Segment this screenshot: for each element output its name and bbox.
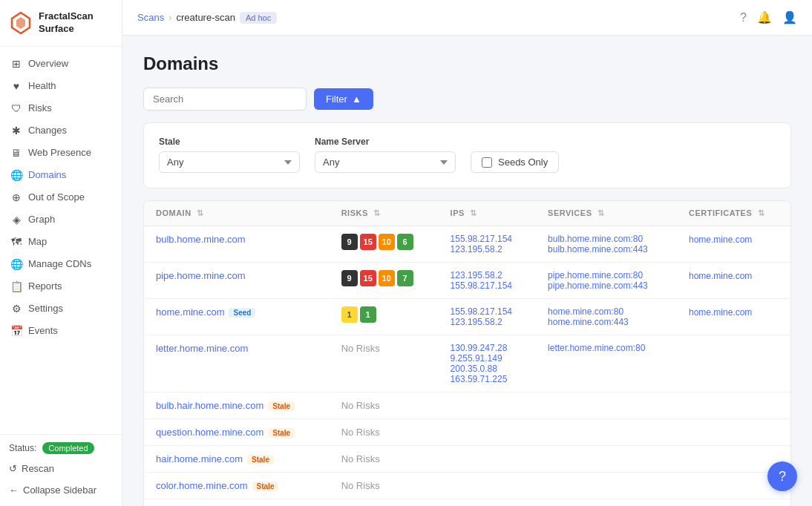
page-title: Domains <box>143 53 791 74</box>
ip-link[interactable]: 123.195.58.2 <box>451 244 524 254</box>
ip-link[interactable]: 123.195.58.2 <box>451 270 524 280</box>
ip-link[interactable]: 155.98.217.154 <box>451 280 524 291</box>
status-badge: Completed <box>42 442 94 454</box>
rescan-icon: ↺ <box>9 463 17 474</box>
ip-link[interactable]: 200.35.0.88 <box>451 364 524 374</box>
cert-link[interactable]: home.mine.com <box>689 271 752 281</box>
domains-table: DOMAIN ⇅ RISKS ⇅ IPS ⇅ SERVICES ⇅ CERTIF… <box>144 201 790 506</box>
sidebar-item-events[interactable]: 📅 Events <box>0 320 122 342</box>
ip-link[interactable]: 155.98.217.154 <box>451 234 524 244</box>
ip-link[interactable]: 130.99.247.28 <box>451 343 524 353</box>
domain-link[interactable]: letter.home.mine.com <box>156 343 248 354</box>
sidebar-item-health[interactable]: ♥ Health <box>0 75 122 97</box>
breadcrumb-parent[interactable]: Scans <box>137 12 164 23</box>
app-name: FractalScanSurface <box>39 10 94 36</box>
sidebar-item-out-of-scope[interactable]: ⊕ Out of Scope <box>0 186 122 208</box>
domain-cell: letter.home.mine.com <box>144 335 330 392</box>
services-cell <box>536 419 677 446</box>
sidebar-item-settings[interactable]: ⚙ Settings <box>0 298 122 320</box>
app-logo: FractalScanSurface <box>0 0 122 47</box>
table-row: pipe.home.mine.com 915107 123.195.58.215… <box>144 263 790 299</box>
service-link[interactable]: pipe.home.mine.com:80 <box>548 270 665 280</box>
service-link[interactable]: letter.home.mine.com:80 <box>548 343 665 353</box>
ips-cell: 155.98.217.154123.195.58.2 <box>439 299 536 335</box>
table-row: bulb.home.mine.com 915106 155.98.217.154… <box>144 226 790 263</box>
sidebar-item-reports[interactable]: 📋 Reports <box>0 275 122 298</box>
domain-link[interactable]: hair.home.mine.com <box>156 453 243 464</box>
nameserver-select[interactable]: Any <box>315 151 456 173</box>
ips-cell: 155.98.217.154123.195.58.2 <box>439 226 536 263</box>
table-row: road.home.mine.comStale No Risks <box>144 499 790 506</box>
domain-link[interactable]: bulb.hair.home.mine.com <box>156 400 263 411</box>
table-row: color.home.mine.comStale No Risks <box>144 473 790 499</box>
sidebar-item-web-presence[interactable]: 🖥 Web Presence <box>0 142 122 164</box>
cert-link[interactable]: home.mine.com <box>689 307 752 318</box>
cert-link[interactable]: home.mine.com <box>689 234 752 245</box>
risks-cell: 11 <box>341 306 427 323</box>
nameserver-filter-group: Name Server Any <box>315 137 456 173</box>
domain-cell: bulb.hair.home.mine.comStale <box>144 392 330 419</box>
risk-badge: 7 <box>397 270 413 286</box>
col-risks[interactable]: RISKS ⇅ <box>330 201 439 226</box>
user-icon[interactable]: 👤 <box>782 10 797 24</box>
filter-button[interactable]: Filter ▲ <box>314 88 373 110</box>
risk-badge: 10 <box>379 270 395 286</box>
collapse-sidebar-button[interactable]: ← Collapse Sidebar <box>9 482 113 499</box>
notifications-icon[interactable]: 🔔 <box>757 10 772 24</box>
domain-link[interactable]: home.mine.com <box>156 306 224 318</box>
domain-link[interactable]: question.home.mine.com <box>156 427 263 438</box>
risk-badge: 15 <box>360 270 376 286</box>
risk-badge: 1 <box>360 306 376 323</box>
sidebar-item-changes[interactable]: ✱ Changes <box>0 119 122 142</box>
help-icon[interactable]: ? <box>740 11 747 24</box>
help-fab-button[interactable]: ? <box>767 461 797 491</box>
risk-badge: 10 <box>379 234 395 250</box>
domains-icon: 🌐 <box>10 169 22 181</box>
sidebar-item-graph[interactable]: ◈ Graph <box>0 208 122 231</box>
certificates-cell: home.mine.com <box>677 299 790 335</box>
service-link[interactable]: bulb.home.mine.com:80 <box>548 234 665 244</box>
risks-cell-td: 915107 <box>330 263 439 299</box>
sidebar-item-manage-cdns[interactable]: 🌐 Manage CDNs <box>0 253 122 275</box>
ips-cell: 123.195.58.2155.98.217.154 <box>439 263 536 299</box>
search-input[interactable] <box>143 88 307 111</box>
manage-cdns-icon: 🌐 <box>10 258 22 270</box>
domain-link[interactable]: bulb.home.mine.com <box>156 234 246 245</box>
stale-select[interactable]: Any <box>159 151 300 173</box>
ip-link[interactable]: 9.255.91.149 <box>451 353 524 364</box>
no-risks-label: No Risks <box>341 343 380 354</box>
domain-cell: color.home.mine.comStale <box>144 473 330 499</box>
rescan-label: Rescan <box>22 463 54 474</box>
rescan-button[interactable]: ↺ Rescan <box>9 460 113 477</box>
sidebar-item-risks[interactable]: 🛡 Risks <box>0 97 122 119</box>
sidebar-item-label: Overview <box>28 58 68 69</box>
col-ips[interactable]: IPS ⇅ <box>439 201 536 226</box>
no-risks-label: No Risks <box>341 453 380 464</box>
risks-cell-td: No Risks <box>330 419 439 446</box>
service-link[interactable]: bulb.home.mine.com:443 <box>548 244 665 254</box>
sidebar-item-overview[interactable]: ⊞ Overview <box>0 53 122 75</box>
reports-icon: 📋 <box>10 280 22 292</box>
seeds-only-checkbox[interactable] <box>482 157 492 168</box>
sidebar-bottom: Status: Completed ↺ Rescan ← Collapse Si… <box>0 434 122 506</box>
seed-badge: Seed <box>229 308 255 318</box>
col-domain[interactable]: DOMAIN ⇅ <box>144 201 330 226</box>
domain-link[interactable]: color.home.mine.com <box>156 480 248 491</box>
service-link[interactable]: home.mine.com:443 <box>548 317 665 327</box>
service-link[interactable]: pipe.home.mine.com:443 <box>548 280 665 291</box>
certificates-cell: home.mine.com <box>677 226 790 263</box>
ip-link[interactable]: 155.98.217.154 <box>451 306 524 317</box>
ip-link[interactable]: 123.195.58.2 <box>451 317 524 327</box>
services-cell <box>536 446 677 473</box>
sidebar-item-label: Reports <box>28 280 62 292</box>
service-link[interactable]: home.mine.com:80 <box>548 306 665 317</box>
col-certificates[interactable]: CERTIFICATES ⇅ <box>677 201 790 226</box>
sidebar-item-domains[interactable]: 🌐 Domains <box>0 164 122 186</box>
col-services[interactable]: SERVICES ⇅ <box>536 201 677 226</box>
ip-link[interactable]: 163.59.71.225 <box>451 374 524 384</box>
sidebar-item-map[interactable]: 🗺 Map <box>0 231 122 253</box>
domain-link[interactable]: pipe.home.mine.com <box>156 270 246 281</box>
domain-cell: bulb.home.mine.com <box>144 226 330 263</box>
events-icon: 📅 <box>10 325 22 337</box>
ips-cell <box>439 392 536 419</box>
